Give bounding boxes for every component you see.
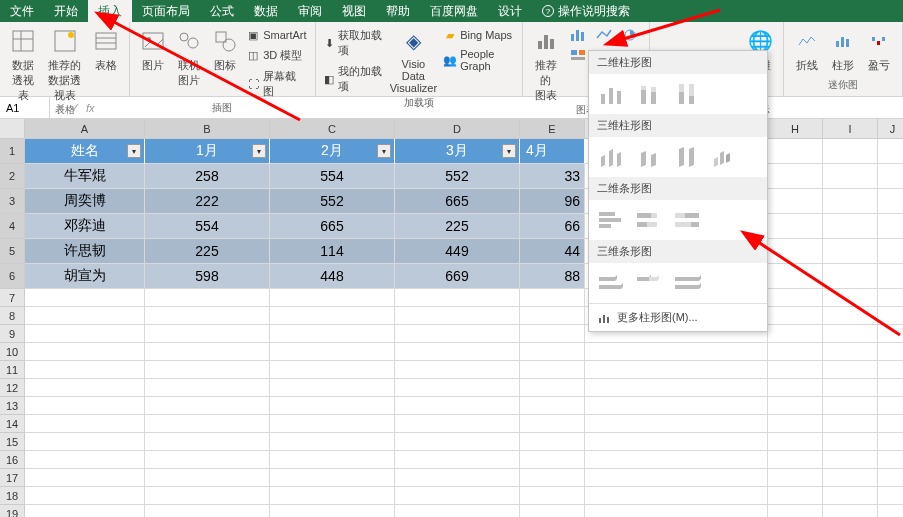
chart-stacked-column[interactable] xyxy=(635,82,665,106)
row-header-10[interactable]: 10 xyxy=(0,343,25,361)
recommended-charts-button[interactable]: 推荐的 图表 xyxy=(531,26,561,103)
chart-clustered-bar[interactable] xyxy=(597,208,627,232)
screenshot-button[interactable]: ⛶ 屏幕截图 xyxy=(246,67,306,101)
cell-D5[interactable]: 449 xyxy=(395,239,520,264)
shapes-button[interactable]: 图标 xyxy=(210,26,240,73)
cell-E4[interactable]: 66 xyxy=(520,214,585,239)
row-header-13[interactable]: 13 xyxy=(0,397,25,415)
fx-icon[interactable]: fx xyxy=(86,102,95,114)
col-header-H[interactable]: H xyxy=(768,119,823,139)
chart-3d-clustered-bar[interactable] xyxy=(597,271,627,295)
chart-3d-100-stacked-bar[interactable] xyxy=(673,271,703,295)
cell-H1[interactable] xyxy=(768,139,823,164)
cell-D4[interactable]: 225 xyxy=(395,214,520,239)
cell-C2[interactable]: 554 xyxy=(270,164,395,189)
cell-A3[interactable]: 周奕博 xyxy=(25,189,145,214)
cell-B5[interactable]: 225 xyxy=(145,239,270,264)
3d-model-button[interactable]: ◫ 3D 模型 xyxy=(246,46,306,65)
cell-A4[interactable]: 邓弈迪 xyxy=(25,214,145,239)
tab-design[interactable]: 设计 xyxy=(488,0,532,23)
chart-3d-column[interactable] xyxy=(711,145,741,169)
row-header-5[interactable]: 5 xyxy=(0,239,25,264)
cell-J1[interactable] xyxy=(878,139,903,164)
cell-I1[interactable] xyxy=(823,139,878,164)
row-header-7[interactable]: 7 xyxy=(0,289,25,307)
tab-file[interactable]: 文件 xyxy=(0,0,44,23)
column-chart-button[interactable] xyxy=(567,26,589,44)
cell-E5[interactable]: 44 xyxy=(520,239,585,264)
cell-D1[interactable]: 3月▾ xyxy=(395,139,520,164)
cell-A6[interactable]: 胡宣为 xyxy=(25,264,145,289)
hierarchy-chart-button[interactable] xyxy=(567,46,589,64)
row-header-9[interactable]: 9 xyxy=(0,325,25,343)
tab-baidu[interactable]: 百度网盘 xyxy=(420,0,488,23)
row-header-4[interactable]: 4 xyxy=(0,214,25,239)
sparkline-column-button[interactable]: 柱形 xyxy=(828,26,858,73)
col-header-C[interactable]: C xyxy=(270,119,395,139)
cell-E2[interactable]: 33 xyxy=(520,164,585,189)
tab-data[interactable]: 数据 xyxy=(244,0,288,23)
col-header-E[interactable]: E xyxy=(520,119,585,139)
pie-chart-button[interactable] xyxy=(619,26,641,44)
get-addins-button[interactable]: ⬇ 获取加载项 xyxy=(324,26,384,60)
cell-A5[interactable]: 许思韧 xyxy=(25,239,145,264)
chart-100-stacked-bar[interactable] xyxy=(673,208,703,232)
row-header-1[interactable]: 1 xyxy=(0,139,25,164)
cell-D2[interactable]: 552 xyxy=(395,164,520,189)
tab-help[interactable]: 帮助 xyxy=(376,0,420,23)
chart-3d-clustered-column[interactable] xyxy=(597,145,627,169)
col-header-J[interactable]: J xyxy=(878,119,903,139)
pictures-button[interactable]: 图片 xyxy=(138,26,168,73)
row-header-6[interactable]: 6 xyxy=(0,264,25,289)
col-header-B[interactable]: B xyxy=(145,119,270,139)
select-all-corner[interactable] xyxy=(0,119,25,139)
cell-E3[interactable]: 96 xyxy=(520,189,585,214)
tab-view[interactable]: 视图 xyxy=(332,0,376,23)
row-header-17[interactable]: 17 xyxy=(0,469,25,487)
chart-3d-stacked-column[interactable] xyxy=(635,145,665,169)
row-header-3[interactable]: 3 xyxy=(0,189,25,214)
recommended-pivot-button[interactable]: 推荐的 数据透视表 xyxy=(44,26,85,103)
filter-icon[interactable]: ▾ xyxy=(252,144,266,158)
chart-clustered-column[interactable] xyxy=(597,82,627,106)
col-header-I[interactable]: I xyxy=(823,119,878,139)
cell-B4[interactable]: 554 xyxy=(145,214,270,239)
cell-C4[interactable]: 665 xyxy=(270,214,395,239)
table-button[interactable]: 表格 xyxy=(91,26,121,73)
tab-formulas[interactable]: 公式 xyxy=(200,0,244,23)
cell-C5[interactable]: 114 xyxy=(270,239,395,264)
filter-icon[interactable]: ▾ xyxy=(127,144,141,158)
cell-C1[interactable]: 2月▾ xyxy=(270,139,395,164)
cell-B3[interactable]: 222 xyxy=(145,189,270,214)
sparkline-winloss-button[interactable]: 盈亏 xyxy=(864,26,894,73)
line-chart-button[interactable] xyxy=(593,26,615,44)
my-addins-button[interactable]: ◧ 我的加载项 xyxy=(324,62,384,96)
row-header-12[interactable]: 12 xyxy=(0,379,25,397)
tab-review[interactable]: 审阅 xyxy=(288,0,332,23)
tab-page-layout[interactable]: 页面布局 xyxy=(132,0,200,23)
row-header-2[interactable]: 2 xyxy=(0,164,25,189)
row-header-18[interactable]: 18 xyxy=(0,487,25,505)
cell-E6[interactable]: 88 xyxy=(520,264,585,289)
cell-D3[interactable]: 665 xyxy=(395,189,520,214)
row-header-8[interactable]: 8 xyxy=(0,307,25,325)
pivot-table-button[interactable]: 数据 透视表 xyxy=(8,26,38,103)
more-column-charts[interactable]: 更多柱形图(M)... xyxy=(589,303,767,331)
name-box[interactable]: A1 xyxy=(0,97,50,118)
smartart-button[interactable]: ▣ SmartArt xyxy=(246,26,306,44)
tab-insert[interactable]: 插入 xyxy=(88,0,132,23)
cell-E1[interactable]: 4月 xyxy=(520,139,585,164)
enter-icon[interactable]: ✓ xyxy=(71,101,80,114)
chart-3d-stacked-bar[interactable] xyxy=(635,271,665,295)
cancel-icon[interactable]: ✕ xyxy=(56,101,65,114)
row-header-16[interactable]: 16 xyxy=(0,451,25,469)
people-graph-button[interactable]: 👥 People Graph xyxy=(443,46,514,74)
visio-button[interactable]: ◈ Visio Data Visualizer xyxy=(390,26,438,94)
cell-B6[interactable]: 598 xyxy=(145,264,270,289)
tell-me-search[interactable]: ? 操作说明搜索 xyxy=(542,3,630,20)
row-header-15[interactable]: 15 xyxy=(0,433,25,451)
online-pictures-button[interactable]: 联机图片 xyxy=(174,26,204,88)
chart-3d-100-stacked-column[interactable] xyxy=(673,145,703,169)
bing-maps-button[interactable]: ▰ Bing Maps xyxy=(443,26,514,44)
sparkline-line-button[interactable]: 折线 xyxy=(792,26,822,73)
